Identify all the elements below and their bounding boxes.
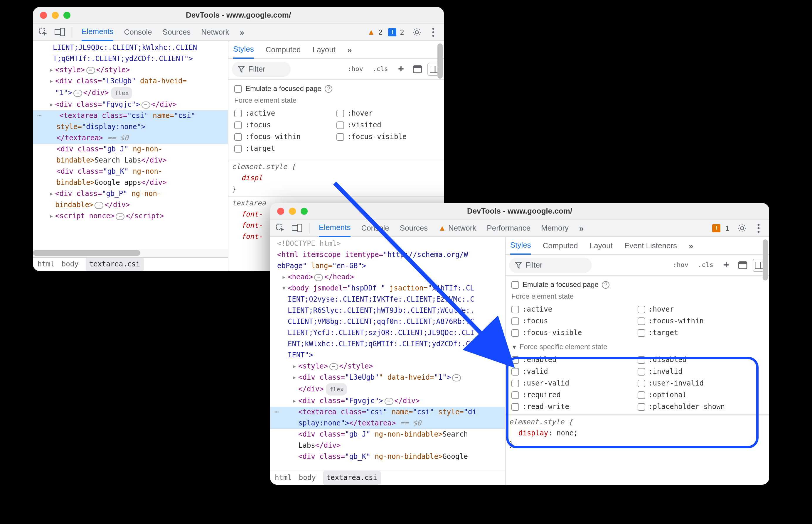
issue-icon[interactable]: ! xyxy=(713,224,721,232)
collapsed-icon[interactable]: ⋯ xyxy=(452,374,461,381)
svg-rect-12 xyxy=(298,224,302,231)
cb-focus[interactable] xyxy=(511,317,519,325)
stab-styles[interactable]: Styles xyxy=(510,237,531,255)
filter-input[interactable]: Filter xyxy=(232,61,291,77)
collapsed-icon[interactable]: ⋯ xyxy=(86,67,95,73)
new-rule-icon[interactable]: + xyxy=(720,259,733,272)
cb-target[interactable] xyxy=(234,145,242,152)
cls-toggle[interactable]: .cls xyxy=(370,63,391,75)
computed-toggle-icon[interactable] xyxy=(411,63,424,76)
more-stabs-icon[interactable]: » xyxy=(689,241,694,250)
tab-sources[interactable]: Sources xyxy=(400,219,428,237)
collapsed-icon[interactable]: ⋯ xyxy=(74,89,82,97)
device-toggle-icon[interactable] xyxy=(53,25,67,39)
tab-sources[interactable]: Sources xyxy=(163,23,191,41)
cb-focus-within[interactable] xyxy=(637,317,645,325)
svg-point-3 xyxy=(432,28,434,29)
inspect-icon[interactable] xyxy=(36,25,50,39)
collapsed-icon[interactable]: ⋯ xyxy=(116,213,125,220)
tab-performance[interactable]: Performance xyxy=(487,219,530,237)
more-stabs-icon[interactable]: » xyxy=(347,45,352,54)
computed-toggle-icon[interactable] xyxy=(736,259,749,272)
svg-rect-17 xyxy=(738,261,747,264)
breadcrumb-body[interactable]: body xyxy=(299,472,316,484)
window-title: DevTools - www.google.com/ xyxy=(270,207,769,215)
tab-network[interactable]: Network xyxy=(201,23,229,41)
cb-focus[interactable] xyxy=(234,121,242,129)
selected-node[interactable]: ⋯ <textarea class="csi" name="csi" xyxy=(33,110,228,121)
stab-computed[interactable]: Computed xyxy=(543,237,578,255)
cls-toggle[interactable]: .cls xyxy=(695,259,716,271)
tab-elements[interactable]: Elements xyxy=(319,219,351,237)
device-toggle-icon[interactable] xyxy=(290,221,304,235)
collapsed-icon[interactable]: ⋯ xyxy=(141,101,150,108)
cb-focus-visible[interactable] xyxy=(336,133,344,141)
stab-layout[interactable]: Layout xyxy=(590,237,613,255)
cb-hover[interactable] xyxy=(336,110,344,117)
collapsed-icon[interactable]: ⋯ xyxy=(329,363,338,370)
stab-styles[interactable]: Styles xyxy=(233,41,254,59)
checkbox-emulate-focus[interactable] xyxy=(234,85,242,93)
cb-focus-visible[interactable] xyxy=(511,329,519,337)
hov-toggle[interactable]: :hov xyxy=(345,63,366,75)
breadcrumb-textarea[interactable]: textarea.csi xyxy=(86,258,144,271)
svg-rect-2 xyxy=(61,28,65,35)
force-specific-label[interactable]: ▼Force specific element state xyxy=(511,343,763,351)
scrollbar-v[interactable] xyxy=(762,237,769,485)
selected-node[interactable]: ⋯<textarea class="csi" name="csi" style=… xyxy=(270,407,505,418)
more-tabs-icon[interactable]: » xyxy=(579,223,584,233)
gear-icon[interactable] xyxy=(735,221,749,235)
flex-badge[interactable]: flex xyxy=(111,87,132,99)
cb-focus-within[interactable] xyxy=(234,133,242,141)
elements-tree[interactable]: LIENT;JL9QDc:.CLIENT;kWlxhc:.CLIEN T;qGM… xyxy=(33,41,228,271)
collapsed-icon[interactable]: ⋯ xyxy=(384,397,393,405)
cb-target[interactable] xyxy=(637,329,645,337)
kebab-icon[interactable] xyxy=(426,25,440,39)
more-tabs-icon[interactable]: » xyxy=(240,27,244,37)
kebab-icon[interactable] xyxy=(751,221,766,235)
issue-icon[interactable]: ! xyxy=(388,28,397,36)
tab-console[interactable]: Console xyxy=(361,219,389,237)
elements-tree[interactable]: <!DOCTYPE html> <html itemscope itemtype… xyxy=(270,237,505,485)
titlebar: DevTools - www.google.com/ xyxy=(270,203,769,219)
emulate-focus-label: Emulate a focused page xyxy=(523,280,599,289)
cb-active[interactable] xyxy=(234,110,242,117)
help-icon[interactable]: ? xyxy=(325,85,333,93)
callout-highlight xyxy=(506,357,759,448)
window-title: DevTools - www.google.com/ xyxy=(33,11,444,19)
breadcrumb-body[interactable]: body xyxy=(62,259,79,270)
breadcrumb-html[interactable]: html xyxy=(37,259,54,270)
breadcrumb: html body textarea.csi xyxy=(33,257,228,271)
hov-toggle[interactable]: :hov xyxy=(670,259,691,271)
svg-point-13 xyxy=(758,224,760,225)
flex-badge[interactable]: flex xyxy=(326,383,347,395)
svg-rect-7 xyxy=(413,65,421,68)
breadcrumb-textarea[interactable]: textarea.csi xyxy=(323,471,381,485)
inspect-icon[interactable] xyxy=(274,221,288,235)
scrollbar-h[interactable] xyxy=(33,249,228,257)
stab-layout[interactable]: Layout xyxy=(313,41,336,59)
warning-icon[interactable]: ▲ xyxy=(368,28,375,36)
gear-icon[interactable] xyxy=(410,25,424,39)
new-rule-icon[interactable]: + xyxy=(395,63,408,76)
emulate-focus-label: Emulate a focused page xyxy=(245,84,321,93)
stab-computed[interactable]: Computed xyxy=(266,41,301,59)
help-icon[interactable]: ? xyxy=(602,281,610,289)
tab-console[interactable]: Console xyxy=(124,23,152,41)
force-state-label: Force element state xyxy=(511,292,763,300)
cb-active[interactable] xyxy=(511,306,519,313)
cb-hover[interactable] xyxy=(637,306,645,313)
stab-event-listeners[interactable]: Event Listeners xyxy=(624,237,677,255)
tab-elements[interactable]: Elements xyxy=(82,23,113,41)
collapsed-icon[interactable]: ⋯ xyxy=(314,274,323,281)
element-style-block[interactable]: element.style { displ } xyxy=(228,160,444,197)
filter-placeholder: Filter xyxy=(525,261,542,269)
breadcrumb-html[interactable]: html xyxy=(275,472,292,484)
cb-visited[interactable] xyxy=(336,121,344,129)
svg-point-15 xyxy=(758,231,760,232)
checkbox-emulate-focus[interactable] xyxy=(511,281,519,289)
tab-network[interactable]: ▲Network xyxy=(438,219,476,237)
tab-memory[interactable]: Memory xyxy=(541,219,569,237)
collapsed-icon[interactable]: ⋯ xyxy=(95,201,104,209)
filter-input[interactable]: Filter xyxy=(509,257,592,273)
